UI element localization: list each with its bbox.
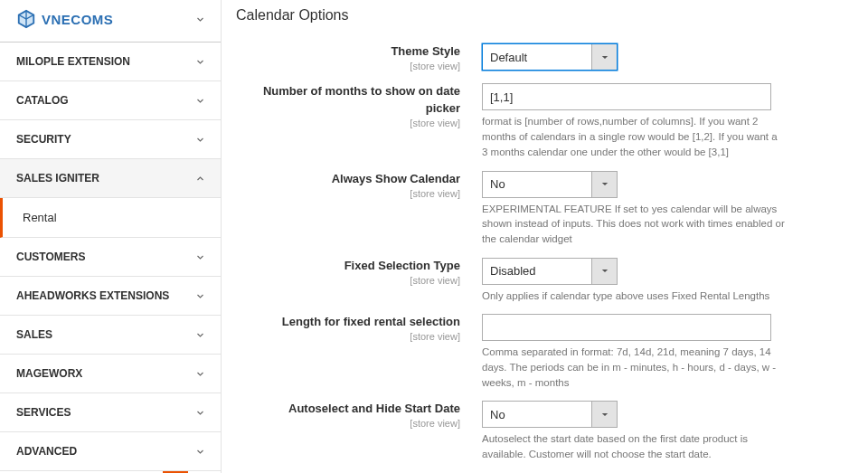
chevron-down-icon: [591, 402, 617, 427]
field-autoselect: Autoselect and Hide Start Date [store vi…: [229, 401, 868, 461]
field-label: Length for fixed rental selection: [229, 314, 460, 330]
sidebar-item-advanced[interactable]: ADVANCED: [0, 432, 221, 471]
field-scope: [store view]: [229, 60, 460, 72]
chevron-up-icon: [196, 175, 204, 183]
chevron-down-icon: [591, 172, 617, 197]
chevron-down-icon: [196, 97, 204, 105]
sidebar-item-label: CATALOG: [16, 94, 69, 107]
sidebar-item-sales[interactable]: SALES: [0, 316, 221, 355]
help-text: EXPERIMENTAL FEATURE If set to yes calen…: [482, 202, 785, 247]
fixed-length-input[interactable]: [482, 314, 771, 341]
main-content: Calendar Options Theme Style [store view…: [222, 0, 868, 473]
fixed-selection-select[interactable]: Disabled: [482, 258, 618, 285]
section-title: Calendar Options: [229, 7, 868, 34]
chevron-down-icon: [591, 259, 617, 284]
autoselect-select[interactable]: No: [482, 401, 618, 428]
sidebar-item-aheadworks[interactable]: AHEADWORKS EXTENSIONS: [0, 277, 221, 316]
sidebar-item-sales-igniter[interactable]: SALES IGNITER: [0, 159, 221, 198]
brand-logo-icon: [16, 9, 36, 29]
chevron-down-icon: [196, 331, 204, 339]
field-scope: [store view]: [229, 117, 460, 129]
help-text: Autoselect the start date based on the f…: [482, 431, 785, 461]
theme-style-select[interactable]: Default: [482, 43, 618, 71]
field-theme-style: Theme Style [store view] Default: [229, 43, 868, 72]
chevron-down-icon: [196, 292, 204, 300]
sidebar-item-security[interactable]: SECURITY: [0, 120, 221, 159]
field-scope: [store view]: [229, 274, 460, 287]
sidebar-item-label: SALES: [16, 328, 52, 341]
help-text: Comma separated in format: 7d, 14d, 21d,…: [482, 345, 785, 390]
field-label: Number of months to show on date picker: [229, 83, 460, 116]
chevron-down-icon: [591, 44, 617, 70]
field-fixed-length: Length for fixed rental selection [store…: [229, 314, 868, 390]
brand-name: VNECOMS: [42, 12, 113, 27]
sidebar-item-label: CUSTOMERS: [16, 251, 85, 263]
sidebar-subitem-rental[interactable]: Rental: [0, 198, 221, 238]
sidebar-item-label: SECURITY: [16, 133, 71, 146]
chevron-down-icon: [196, 370, 204, 378]
field-label: Always Show Calendar: [229, 171, 460, 187]
chevron-down-icon: [196, 58, 204, 66]
chevron-down-icon: [196, 409, 204, 417]
sidebar-item-label: ADVANCED: [16, 445, 77, 458]
help-text: Only applies if calendar type above uses…: [482, 289, 785, 304]
form: Theme Style [store view] Default Number …: [229, 34, 868, 473]
chevron-down-icon: [196, 448, 204, 456]
select-value: No: [483, 177, 591, 191]
sidebar-item-services[interactable]: SERVICES: [0, 393, 221, 432]
field-label: Fixed Selection Type: [229, 258, 460, 274]
field-scope: [store view]: [229, 187, 460, 200]
always-show-select[interactable]: No: [482, 171, 618, 198]
sidebar: VNECOMS MILOPLE EXTENSION CATALOG SECURI…: [0, 0, 222, 473]
months-input[interactable]: [482, 83, 771, 110]
sidebar-item-customers[interactable]: CUSTOMERS: [0, 238, 221, 277]
field-fixed-selection: Fixed Selection Type [store view] Disabl…: [229, 258, 868, 304]
field-scope: [store view]: [229, 330, 460, 343]
brand[interactable]: VNECOMS: [0, 0, 221, 43]
select-value: No: [483, 408, 591, 421]
field-label: Autoselect and Hide Start Date: [229, 401, 460, 417]
sidebar-item-catalog[interactable]: CATALOG: [0, 81, 221, 120]
select-value: Default: [483, 51, 591, 64]
field-scope: [store view]: [229, 417, 460, 430]
field-always-show: Always Show Calendar [store view] No EXP…: [229, 171, 868, 247]
chevron-down-icon: [196, 253, 204, 261]
select-value: Disabled: [483, 264, 591, 278]
chevron-down-icon: [196, 136, 204, 144]
field-label: Theme Style: [229, 43, 460, 60]
sidebar-item-label: MILOPLE EXTENSION: [16, 55, 130, 68]
sidebar-subitem-label: Rental: [23, 211, 57, 224]
sidebar-item-milople[interactable]: MILOPLE EXTENSION: [0, 43, 221, 81]
sidebar-item-label: SALES IGNITER: [16, 172, 99, 184]
sidebar-item-label: SERVICES: [16, 406, 71, 419]
sidebar-item-mageworx[interactable]: MAGEWORX: [0, 355, 221, 393]
sidebar-item-label: MAGEWORX: [16, 367, 82, 380]
chevron-down-icon: [196, 15, 204, 24]
sidebar-item-label: AHEADWORKS EXTENSIONS: [16, 289, 169, 302]
help-text: format is [number of rows,number of colu…: [482, 114, 785, 159]
field-months: Number of months to show on date picker …: [229, 83, 868, 159]
